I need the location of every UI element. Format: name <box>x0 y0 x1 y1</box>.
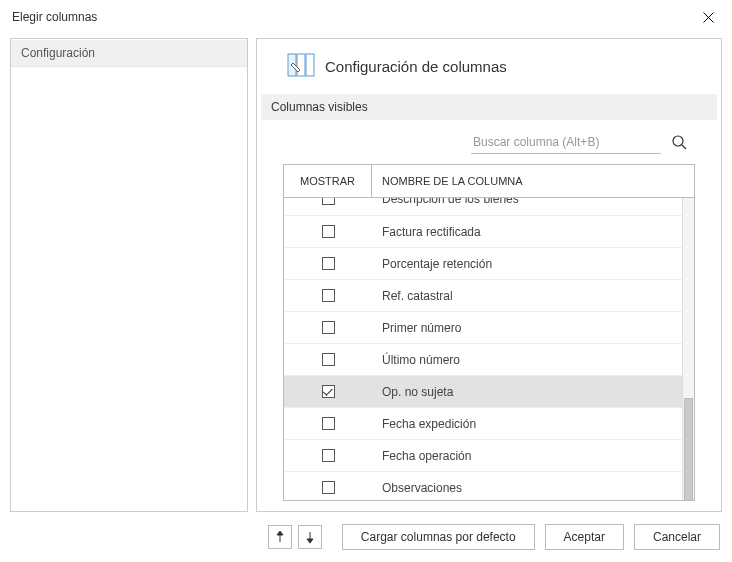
row-name-cell: Observaciones <box>372 481 682 495</box>
column-header-name[interactable]: NOMBRE DE LA COLUMNA <box>372 165 694 197</box>
load-defaults-button[interactable]: Cargar columnas por defecto <box>342 524 535 550</box>
row-name-cell: Primer número <box>372 321 682 335</box>
row-name-cell: Op. no sujeta <box>372 385 682 399</box>
row-name-cell: Último número <box>372 353 682 367</box>
row-show-cell <box>284 321 372 334</box>
table-row[interactable]: Descripción de los bienes <box>284 198 682 216</box>
svg-line-7 <box>682 145 686 149</box>
ok-button[interactable]: Aceptar <box>545 524 624 550</box>
svg-marker-11 <box>307 539 313 543</box>
row-show-cell <box>284 449 372 462</box>
show-checkbox[interactable] <box>322 449 335 462</box>
row-show-cell <box>284 289 372 302</box>
dialog-title: Elegir columnas <box>12 10 97 24</box>
table-row[interactable]: Factura rectificada <box>284 216 682 248</box>
search-button[interactable] <box>667 130 691 154</box>
grid-body: Descripción de los bienesFactura rectifi… <box>284 198 694 500</box>
vertical-scrollbar[interactable] <box>682 198 694 500</box>
table-row[interactable]: Op. no sujeta <box>284 376 682 408</box>
row-name-cell: Porcentaje retención <box>372 257 682 271</box>
row-show-cell <box>284 200 372 213</box>
subsection-header: Columnas visibles <box>261 94 717 120</box>
show-checkbox[interactable] <box>322 321 335 334</box>
close-button[interactable] <box>694 6 722 28</box>
row-name-cell: Factura rectificada <box>372 225 682 239</box>
dialog-body: Configuración Configuración de columnas … <box>0 30 732 516</box>
table-row[interactable]: Ref. catastral <box>284 280 682 312</box>
cancel-button[interactable]: Cancelar <box>634 524 720 550</box>
move-down-button[interactable] <box>298 525 322 549</box>
search-row <box>259 120 719 160</box>
show-checkbox[interactable] <box>322 198 335 205</box>
show-checkbox[interactable] <box>322 353 335 366</box>
row-name-cell: Fecha expedición <box>372 417 682 431</box>
scrollbar-thumb[interactable] <box>684 398 693 500</box>
grid-header: MOSTRAR NOMBRE DE LA COLUMNA <box>284 165 694 198</box>
row-name-cell: Descripción de los bienes <box>372 200 682 214</box>
reorder-buttons <box>268 525 322 549</box>
row-name-cell: Fecha operación <box>372 449 682 463</box>
row-show-cell <box>284 353 372 366</box>
main-panel: Configuración de columnas Columnas visib… <box>256 38 722 512</box>
svg-rect-4 <box>306 54 314 76</box>
show-checkbox[interactable] <box>322 481 335 494</box>
svg-rect-3 <box>297 54 305 76</box>
svg-point-6 <box>673 136 683 146</box>
table-row[interactable]: Primer número <box>284 312 682 344</box>
section-title: Configuración de columnas <box>325 58 507 75</box>
row-show-cell <box>284 257 372 270</box>
row-show-cell <box>284 385 372 398</box>
sidebar: Configuración <box>10 38 248 512</box>
table-row[interactable]: Fecha expedición <box>284 408 682 440</box>
columns-grid: MOSTRAR NOMBRE DE LA COLUMNA Descripción… <box>283 164 695 501</box>
grid-rows: Descripción de los bienesFactura rectifi… <box>284 198 682 500</box>
show-checkbox[interactable] <box>322 417 335 430</box>
row-show-cell <box>284 481 372 494</box>
show-checkbox[interactable] <box>322 385 335 398</box>
show-checkbox[interactable] <box>322 289 335 302</box>
move-up-button[interactable] <box>268 525 292 549</box>
row-show-cell <box>284 417 372 430</box>
svg-marker-9 <box>277 531 283 535</box>
row-name-cell: Ref. catastral <box>372 289 682 303</box>
section-header: Configuración de columnas <box>259 49 719 94</box>
table-row[interactable]: Observaciones <box>284 472 682 500</box>
sidebar-item-configuracion[interactable]: Configuración <box>11 39 247 67</box>
table-row[interactable]: Fecha operación <box>284 440 682 472</box>
dialog-footer: Cargar columnas por defecto Aceptar Canc… <box>0 516 732 562</box>
column-header-show[interactable]: MOSTRAR <box>284 165 372 197</box>
search-input[interactable] <box>471 131 661 154</box>
show-checkbox[interactable] <box>322 257 335 270</box>
show-checkbox[interactable] <box>322 225 335 238</box>
table-row[interactable]: Porcentaje retención <box>284 248 682 280</box>
columns-icon <box>287 53 315 80</box>
table-row[interactable]: Último número <box>284 344 682 376</box>
row-show-cell <box>284 225 372 238</box>
dialog-choose-columns: Elegir columnas Configuración Configurac… <box>0 0 732 562</box>
titlebar: Elegir columnas <box>0 0 732 30</box>
